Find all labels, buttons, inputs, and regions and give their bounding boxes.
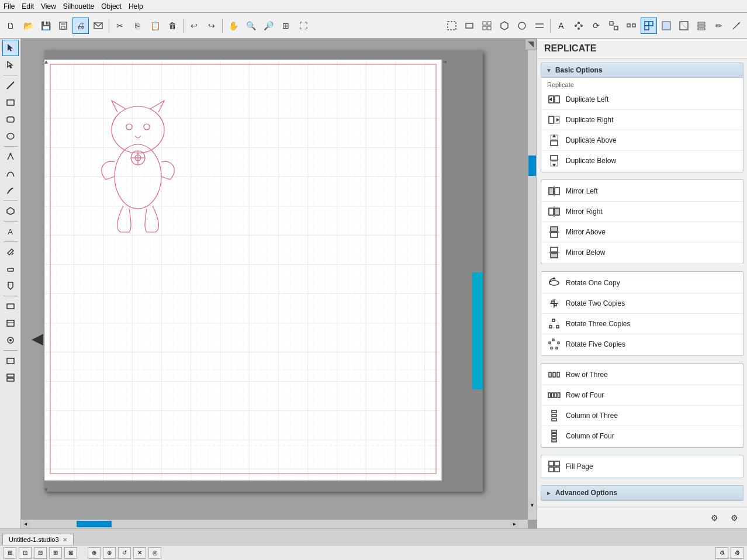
mirror-right-item[interactable]: Mirror Right [541,202,743,222]
grid-icon[interactable] [479,18,495,34]
delete-button[interactable]: 🗑 [164,18,181,34]
col-three-item[interactable]: Column of Three [541,406,743,426]
tab-close-button[interactable]: ✕ [63,537,67,543]
status-target-btn[interactable]: ◎ [148,547,161,559]
knife-icon[interactable] [728,18,745,34]
scroll-thumb-h[interactable] [77,521,112,527]
select-all-icon[interactable] [444,18,460,34]
duplicate-left-item[interactable]: Duplicate Left [541,89,743,110]
status-dup-btn[interactable]: ⊕ [88,547,101,559]
paste-button[interactable]: 📋 [147,18,163,34]
ellipse-tool[interactable] [2,128,19,144]
rotate-two-item[interactable]: Rotate Two Copies [541,293,743,314]
replicate-icon[interactable] [641,18,657,34]
paint-tool[interactable] [2,244,19,260]
row-three-item[interactable]: Row of Three [541,365,743,385]
duplicate-below-item[interactable]: Duplicate Below [541,151,743,171]
undo-button[interactable]: ↩ [186,18,202,34]
tab-untitled[interactable]: Untitled-1.studio3 ✕ [2,534,74,545]
menu-object[interactable]: Object [101,2,122,11]
paper[interactable] [44,60,442,481]
history-icon[interactable]: ⟳ [588,18,604,34]
status-rotate-btn[interactable]: ↺ [118,547,131,559]
settings2-icon[interactable]: ⚙ [726,510,742,526]
status-grid-btn[interactable]: ⊞ [4,547,16,559]
save-button[interactable] [55,18,71,34]
send-button[interactable] [90,18,106,34]
pencil-tool[interactable] [2,182,19,199]
rect-tool[interactable] [2,94,19,110]
copy-button[interactable]: ⎘ [129,18,146,34]
status-mirror-btn[interactable]: ⊗ [103,547,116,559]
cut-button[interactable]: ✂ [112,18,128,34]
frame-tool[interactable] [2,352,19,369]
vertical-scrollbar[interactable]: ▲ ▼ [528,39,537,520]
menu-file[interactable]: File [4,2,15,11]
rotate-one-item[interactable]: Rotate One Copy [541,273,743,293]
text-tool[interactable]: A [2,223,19,240]
scroll-left-button[interactable]: ◄ [21,520,30,528]
zoom-in-button[interactable]: 🔍 [243,18,259,34]
pen-tool[interactable] [2,148,19,165]
layer-icon[interactable] [693,18,710,34]
group-icon[interactable] [606,18,622,34]
duplicate-right-item[interactable]: Duplicate Right [541,110,743,130]
rectangle-icon[interactable] [461,18,478,34]
rotate-three-item[interactable]: Rotate Three Copies [541,314,743,334]
status-group-btn[interactable]: ⊞ [49,547,62,559]
scroll-down-button[interactable]: ▼ [528,499,536,511]
horizontal-scrollbar[interactable]: ◄ ► [21,520,528,528]
save-template-button[interactable]: 💾 [37,18,54,34]
nodes-icon[interactable] [570,18,587,34]
frame2-tool[interactable] [2,369,19,386]
mirror-below-item[interactable]: Mirror Below [541,243,743,262]
pen-icon[interactable]: ✏ [711,18,727,34]
status-align-btn[interactable]: ⊟ [34,547,47,559]
status-ungroup-btn[interactable]: ⊠ [64,547,77,559]
zoom-full-button[interactable]: ⛶ [295,18,312,34]
rounded-rect-tool[interactable] [2,111,19,127]
fill-page-item[interactable]: Fill Page [541,457,743,476]
bezier-tool[interactable] [2,165,19,182]
mirror-above-item[interactable]: Mirror Above [541,222,743,243]
lines-icon[interactable] [531,18,548,34]
media2-tool[interactable] [2,315,19,331]
row-four-item[interactable]: Row of Four [541,385,743,406]
duplicate-above-item[interactable]: Duplicate Above [541,130,743,151]
node-tool[interactable] [2,57,19,73]
new-button[interactable]: 🗋 [2,18,19,34]
rotate-five-item[interactable]: Rotate Five Copies [541,334,743,354]
expand-panel-button[interactable] [525,39,537,50]
media1-tool[interactable] [2,298,19,314]
text-icon[interactable]: A [553,18,569,34]
mirror-left-item[interactable]: Mirror Left [541,181,743,202]
status-delete-btn[interactable]: ✕ [133,547,146,559]
media3-tool[interactable] [2,332,19,348]
status-settings-btn[interactable]: ⚙ [715,547,728,559]
polygon-tool[interactable] [2,203,19,219]
col-four-item[interactable]: Column of Four [541,426,743,446]
pan-button[interactable]: ✋ [225,18,241,34]
gear-icon[interactable]: ⚙ [706,510,722,526]
ungroup-icon[interactable] [623,18,639,34]
menu-help[interactable]: Help [129,2,143,11]
fill2-icon[interactable] [676,18,692,34]
status-help-btn[interactable]: ⚙ [731,547,743,559]
canvas-area[interactable]: Letter ▲ ▼ ◄ ◀ ▲ ▼ ◄ ► [21,39,537,528]
status-snap-btn[interactable]: ⊡ [19,547,32,559]
redo-button[interactable]: ↪ [203,18,220,34]
menu-silhouette[interactable]: Silhouette [63,2,94,11]
advanced-options-header[interactable]: ► Advanced Options [541,486,743,500]
zoom-fit-button[interactable]: ⊞ [278,18,294,34]
basic-options-header[interactable]: ▼ Basic Options [541,63,743,78]
eraser-tool[interactable] [2,261,19,277]
line-tool[interactable] [2,77,19,94]
circle-icon[interactable] [514,18,530,34]
fill-tool[interactable] [2,278,19,294]
scroll-thumb-v[interactable] [528,155,536,176]
menu-view[interactable]: View [41,2,56,11]
zoom-out-button[interactable]: 🔎 [260,18,276,34]
fill1-icon[interactable] [658,18,675,34]
select-tool[interactable] [2,40,19,56]
menu-edit[interactable]: Edit [22,2,34,11]
